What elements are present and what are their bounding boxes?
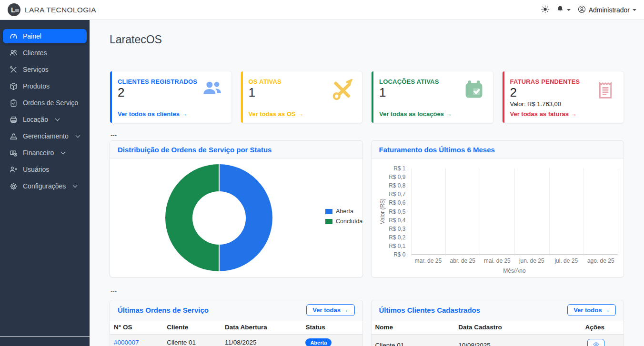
sidebar-item-configuracoes[interactable]: Configurações: [3, 179, 87, 193]
legend-swatch-concluida: [325, 219, 332, 224]
clipboard-check-icon: [10, 99, 18, 107]
column-header: Ações: [568, 320, 624, 335]
top-navbar: L LARA TECNOLOGIA: [0, 0, 644, 20]
eye-icon: [593, 341, 600, 346]
x-axis-ticks: mar. de 25 abr. de 25 mai. de 25 jun. de…: [411, 257, 618, 264]
speedometer-icon: [10, 32, 18, 40]
stat-cards-row: CLIENTES REGISTRADOS 2 Ver todos os clie…: [110, 71, 624, 123]
person-lines-icon: [10, 166, 18, 174]
sidebar-item-label: Locação: [23, 116, 48, 123]
register-icon: [10, 132, 18, 140]
ver-todas-os-link[interactable]: Ver todas as OS →: [249, 110, 304, 118]
chart-title: Faturamento dos Últimos 6 Meses: [379, 146, 495, 154]
recent-clients-card: Últimos Clientes Cadastrados Ver todos →…: [371, 300, 624, 346]
table-row: Cliente 01 10/08/2025: [372, 335, 624, 346]
bell-icon: [556, 5, 564, 14]
donut-chart: [165, 164, 272, 271]
separator-text: ---: [111, 132, 624, 139]
box-icon: [10, 82, 18, 90]
cell-nome: Cliente 01: [372, 335, 455, 346]
tools-icon: [10, 66, 18, 74]
sidebar-item-label: Financeiro: [23, 149, 54, 157]
theme-toggle-button[interactable]: [541, 5, 549, 15]
legend-item-concluida: Concluída: [325, 218, 362, 225]
table-header-row: Nome Data Cadastro Ações: [372, 320, 624, 335]
revenue-chart-card: Faturamento dos Últimos 6 Meses Valor (R…: [371, 140, 624, 277]
sidebar-item-servicos[interactable]: Serviços: [3, 62, 87, 77]
tools-crossed-icon: [331, 79, 353, 103]
cell-data-cadastro: 10/08/2025: [454, 335, 568, 346]
chevron-down-icon: [75, 133, 80, 138]
os-number-link[interactable]: #000007: [114, 339, 139, 346]
chevron-down-icon: [55, 116, 60, 121]
cell-data-abertura: 11/08/2025: [221, 335, 302, 346]
status-badge: Aberta: [305, 338, 332, 346]
chevron-down-icon: [61, 149, 66, 154]
brand[interactable]: L LARA TECNOLOGIA: [8, 3, 96, 16]
stat-card-faturas-pendentes: FATURAS PENDENTES 2 Valor: R$ 1.763,00 V…: [502, 71, 624, 123]
gear-icon: [10, 182, 18, 190]
sidebar-item-gerenciamento[interactable]: Gerenciamento: [3, 129, 87, 143]
column-header: Cliente: [163, 320, 221, 335]
sidebar-item-locacao[interactable]: Locação: [3, 112, 87, 127]
sidebar-item-clientes[interactable]: Clientes: [3, 46, 87, 60]
sidebar-item-label: Configurações: [23, 182, 66, 190]
sidebar-item-financeiro[interactable]: Financeiro: [3, 146, 87, 160]
page-title: LaratecOS: [110, 33, 624, 46]
column-header: N° OS: [110, 320, 163, 335]
user-menu-button[interactable]: Administrador: [578, 5, 636, 15]
sidebar-item-produtos[interactable]: Produtos: [3, 79, 87, 93]
sidebar-item-label: Gerenciamento: [23, 132, 69, 140]
ver-todas-locacoes-link[interactable]: Ver todas as locações →: [379, 110, 452, 118]
bar-chart-plot: [411, 168, 618, 255]
person-circle-icon: [578, 5, 586, 15]
card-header: Faturamento dos Últimos 6 Meses: [372, 141, 624, 158]
sidebar-item-label: Clientes: [23, 49, 47, 57]
column-header: Data Abertura: [221, 320, 302, 335]
stat-card-clientes-registrados: CLIENTES REGISTRADOS 2 Ver todos os clie…: [110, 71, 232, 123]
legend-swatch-aberta: [325, 209, 332, 214]
sidebar-item-ordens-de-servico[interactable]: Ordens de Serviço: [3, 96, 87, 110]
brand-name: LARA TECNOLOGIA: [25, 6, 96, 14]
sidebar-item-label: Produtos: [23, 82, 50, 90]
ver-todos-clientes-link[interactable]: Ver todos os clientes →: [118, 110, 188, 118]
chevron-down-icon: [567, 9, 571, 11]
tables-row: Últimas Ordens de Serviço Ver todas → N°…: [110, 300, 624, 346]
ver-todas-os-button[interactable]: Ver todas →: [306, 304, 354, 316]
navbar-actions: Administrador: [541, 5, 636, 15]
table-row: #000007 Cliente 01 11/08/2025 Aberta: [110, 335, 362, 346]
stat-card-locacoes-ativas: LOCAÇÕES ATIVAS 1 Ver todas as locações …: [371, 71, 493, 123]
sidebar-item-painel[interactable]: Painel: [3, 29, 87, 43]
view-client-button[interactable]: [587, 339, 604, 346]
card-header: Últimas Ordens de Serviço Ver todas →: [110, 300, 362, 320]
table-header-row: N° OS Cliente Data Abertura Status: [110, 320, 362, 335]
card-header: Distribuição de Ordens de Serviço por St…: [110, 141, 362, 158]
separator-text: ---: [111, 288, 624, 295]
x-axis-title: Mês/Ano: [411, 267, 618, 274]
legend-label: Aberta: [336, 208, 353, 215]
sidebar-item-usuarios[interactable]: Usuários: [3, 162, 87, 177]
legend-item-aberta: Aberta: [325, 208, 362, 215]
people-icon: [10, 49, 18, 57]
donut-chart-body: Aberta Concluída: [110, 158, 362, 277]
bar-chart-body: Valor (R$) R$ 1 R$ 0,9 R$ 0,8 R$ 0,7 R$ …: [372, 158, 624, 277]
sidebar-divider: [0, 336, 90, 337]
ver-todas-faturas-link[interactable]: Ver todas as faturas →: [510, 110, 577, 118]
table-title: Últimos Clientes Cadastrados: [379, 306, 481, 314]
chart-legend: Aberta Concluída: [325, 208, 362, 225]
chevron-down-icon: [633, 9, 636, 11]
column-header: Status: [302, 320, 362, 335]
card-header: Últimos Clientes Cadastrados Ver todos →: [372, 300, 624, 320]
notifications-button[interactable]: [556, 5, 571, 14]
sidebar-item-label: Usuários: [23, 166, 49, 173]
chart-title: Distribuição de Ordens de Serviço por St…: [118, 146, 272, 154]
sun-icon: [541, 5, 549, 15]
cell-cliente: Cliente 01: [163, 335, 221, 346]
os-table: N° OS Cliente Data Abertura Status #0000…: [110, 320, 362, 346]
user-name: Administrador: [589, 6, 630, 14]
sidebar-item-label: Serviços: [23, 66, 49, 73]
y-axis-ticks: R$ 1 R$ 0,9 R$ 0,8 R$ 0,7 R$ 0,6 R$ 0,5 …: [372, 168, 406, 255]
ver-todos-clientes-button[interactable]: Ver todos →: [567, 304, 616, 316]
column-header: Data Cadastro: [454, 320, 568, 335]
os-status-chart-card: Distribuição de Ordens de Serviço por St…: [110, 140, 363, 277]
